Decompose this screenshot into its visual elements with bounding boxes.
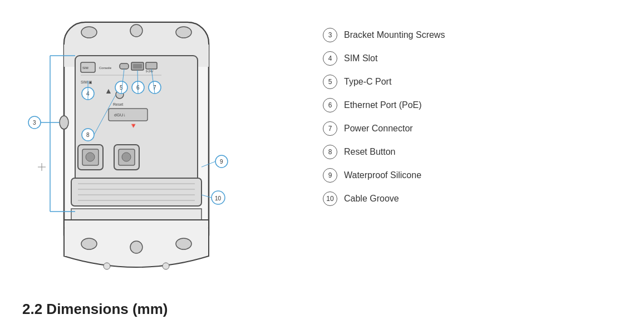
legend-label: Cable Groove [344, 194, 399, 204]
svg-text:9-24V: 9-24V [146, 70, 154, 73]
svg-point-40 [81, 238, 97, 249]
legend: 3Bracket Mounting Screws4SIM Slot5Type-C… [323, 11, 622, 206]
svg-point-3 [81, 27, 97, 38]
svg-rect-32 [71, 178, 201, 206]
legend-item: 6Ethernet Port (PoE) [323, 98, 622, 112]
svg-point-41 [130, 241, 142, 253]
svg-text:Reset: Reset [113, 102, 123, 106]
svg-text:▲: ▲ [105, 86, 112, 95]
svg-point-6 [60, 116, 68, 129]
legend-label: Ethernet Port (PoE) [344, 100, 422, 110]
legend-number: 6 [323, 98, 337, 112]
legend-number: 10 [323, 191, 337, 206]
legend-item: 4SIM Slot [323, 51, 622, 66]
legend-number: 9 [323, 168, 337, 183]
legend-number: 4 [323, 51, 337, 66]
svg-text:8: 8 [86, 132, 90, 138]
legend-item: 8Reset Button [323, 145, 622, 159]
svg-point-4 [130, 24, 142, 37]
svg-point-43 [104, 263, 110, 269]
svg-rect-14 [133, 64, 142, 68]
svg-point-5 [176, 27, 191, 38]
legend-item: 3Bracket Mounting Screws [323, 28, 622, 42]
svg-text:SIM: SIM [82, 66, 89, 70]
svg-text:SIM ▣: SIM ▣ [81, 80, 92, 84]
svg-rect-11 [120, 63, 129, 69]
svg-rect-17 [146, 62, 157, 69]
svg-text:Console: Console [99, 66, 112, 70]
svg-point-42 [176, 238, 191, 249]
legend-label: Bracket Mounting Screws [344, 30, 445, 40]
legend-label: Power Connector [344, 124, 413, 134]
legend-item: 5Type-C Port [323, 75, 622, 89]
legend-number: 3 [323, 28, 337, 42]
legend-label: SIM Slot [344, 53, 377, 63]
legend-label: Reset Button [344, 147, 396, 157]
legend-label: Waterproof Silicone [344, 170, 421, 180]
legend-item: 9Waterproof Silicone [323, 168, 622, 183]
section-heading: 2.2 Dimensions (mm) [22, 301, 168, 318]
legend-number: 8 [323, 145, 337, 159]
svg-text:🔻: 🔻 [129, 121, 137, 130]
svg-text:dGU↓: dGU↓ [114, 112, 125, 117]
legend-item: 7Power Connector [323, 121, 622, 136]
svg-point-44 [163, 263, 169, 269]
svg-point-28 [86, 153, 95, 161]
legend-number: 7 [323, 121, 337, 136]
svg-point-31 [122, 153, 131, 161]
svg-text:10: 10 [215, 195, 222, 202]
svg-text:9: 9 [220, 159, 223, 165]
legend-number: 5 [323, 75, 337, 89]
device-diagram: SIM Console ETH DC 9-24V SIM ▣ [22, 11, 289, 289]
legend-label: Type-C Port [344, 77, 391, 87]
legend-item: 10Cable Groove [323, 191, 622, 206]
svg-text:3: 3 [33, 120, 36, 126]
